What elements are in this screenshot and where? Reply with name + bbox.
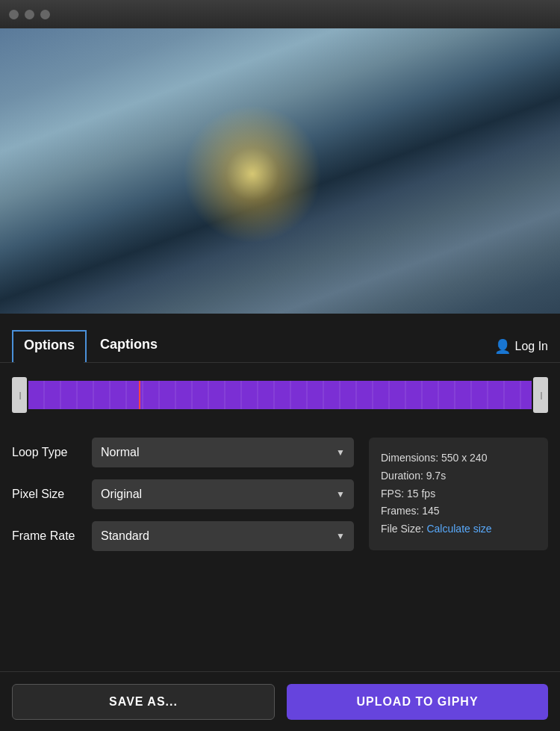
user-icon: 👤 — [494, 338, 511, 355]
timeline-area — [0, 363, 560, 423]
file-size-label: File Size: — [381, 523, 424, 535]
info-file-size: File Size: Calculate size — [381, 520, 536, 538]
save-as-button[interactable]: SAVE AS... — [12, 684, 275, 720]
pixel-size-chevron-icon: ▼ — [336, 489, 345, 500]
info-duration: Duration: 9.7s — [381, 467, 536, 485]
info-frames: Frames: 145 — [381, 503, 536, 520]
controls-area: Options Captions 👤 Log In Loop Type — [0, 320, 560, 566]
tab-captions[interactable]: Captions — [90, 331, 168, 361]
login-button[interactable]: 👤 Log In — [494, 338, 548, 355]
timeline-right-handle[interactable] — [533, 377, 548, 413]
upload-to-giphy-button[interactable]: UPLOAD TO GIPHY — [287, 684, 548, 720]
maximize-button[interactable] — [40, 10, 50, 19]
pixel-size-select[interactable]: Original ▼ — [92, 479, 354, 509]
traffic-lights — [9, 10, 50, 19]
timeline-wrapper — [12, 375, 548, 415]
loop-type-label: Loop Type — [12, 446, 83, 459]
title-bar — [0, 0, 560, 28]
toolbar: Options Captions 👤 Log In — [0, 320, 560, 363]
pixel-size-row: Pixel Size Original ▼ — [12, 479, 354, 509]
close-button[interactable] — [9, 10, 19, 19]
frame-rate-row: Frame Rate Standard ▼ — [12, 521, 354, 551]
loop-type-row: Loop Type Normal ▼ — [12, 438, 354, 467]
frame-rate-select[interactable]: Standard ▼ — [92, 521, 354, 551]
minimize-button[interactable] — [25, 10, 34, 19]
bottom-bar: SAVE AS... UPLOAD TO GIPHY — [0, 671, 560, 731]
loop-type-select[interactable]: Normal ▼ — [92, 438, 354, 467]
timeline-playhead — [139, 381, 140, 409]
tab-options[interactable]: Options — [12, 330, 87, 362]
loop-type-chevron-icon: ▼ — [336, 447, 345, 458]
info-panel: Dimensions: 550 x 240 Duration: 9.7s FPS… — [369, 438, 548, 550]
frame-rate-chevron-icon: ▼ — [336, 531, 345, 541]
info-fps: FPS: 15 fps — [381, 485, 536, 503]
timeline-track[interactable] — [28, 381, 532, 409]
pixel-size-label: Pixel Size — [12, 488, 83, 501]
options-section: Loop Type Normal ▼ Pixel Size Original ▼… — [0, 423, 560, 566]
left-options: Loop Type Normal ▼ Pixel Size Original ▼… — [12, 438, 354, 551]
frame-rate-label: Frame Rate — [12, 529, 83, 543]
timeline-left-handle[interactable] — [12, 377, 27, 413]
video-preview — [0, 28, 560, 320]
info-dimensions: Dimensions: 550 x 240 — [381, 450, 536, 467]
calculate-size-link[interactable]: Calculate size — [426, 523, 491, 535]
